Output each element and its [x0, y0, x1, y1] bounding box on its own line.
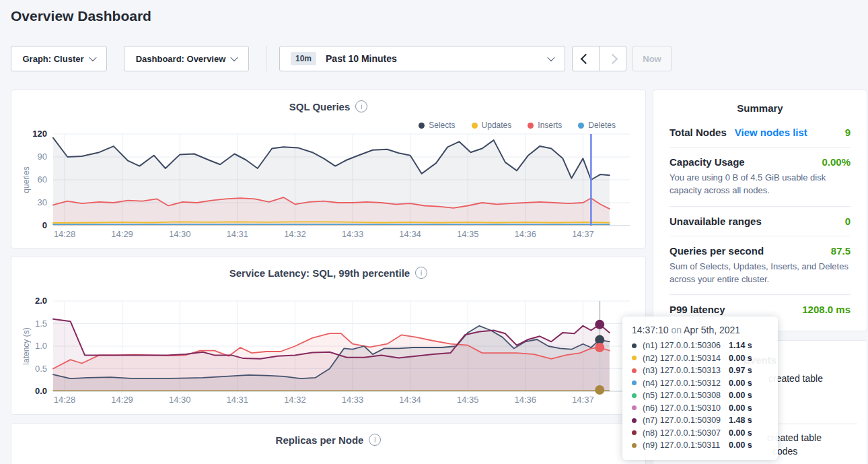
sql-queries-chart[interactable]: 14:2814:2914:3014:3114:3214:3314:3414:35…: [11, 90, 647, 249]
dashboard-dropdown-label: Dashboard: Overview: [136, 54, 226, 64]
node-address: (n3) 127.0.0.1:50313: [643, 364, 729, 377]
capacity-usage-label: Capacity Usage: [670, 156, 745, 168]
tooltip-node-row: (n2) 127.0.0.1:503140.00 s: [632, 352, 768, 365]
node-color-dot: [632, 356, 637, 360]
time-prev-button[interactable]: [572, 46, 600, 71]
chevron-left-icon: [581, 53, 591, 64]
graph-dropdown[interactable]: Graph: Cluster: [11, 46, 107, 71]
node-latency-value: 0.00 s: [729, 389, 752, 402]
svg-text:2.0: 2.0: [35, 296, 47, 306]
qps-value: 87.5: [831, 245, 851, 257]
node-address: (n1) 127.0.0.1:50306: [643, 339, 729, 352]
summary-row-unavailable: Unavailable ranges 0: [670, 206, 851, 236]
tooltip-node-row: (n3) 127.0.0.1:503130.97 s: [632, 364, 768, 377]
chevron-right-icon: [608, 53, 618, 64]
node-address: (n9) 127.0.0.1:50311: [643, 439, 729, 452]
dashboard-dropdown[interactable]: Dashboard: Overview: [124, 46, 249, 71]
node-latency-value: 0.00 s: [729, 377, 752, 390]
summary-row-qps: Queries per second 87.5 Sum of Selects, …: [670, 236, 851, 295]
node-color-dot: [632, 380, 637, 385]
summary-row-total-nodes: Total Nodes View nodes list 9: [670, 118, 851, 147]
tooltip-node-row: (n1) 127.0.0.1:503061.14 s: [632, 339, 768, 352]
replicas-per-node-card: Replicas per Node i: [11, 423, 646, 464]
node-color-dot: [632, 418, 637, 423]
svg-text:14:34: 14:34: [399, 395, 421, 405]
total-nodes-value: 9: [845, 127, 851, 138]
node-address: (n7) 127.0.0.1:50309: [643, 414, 729, 427]
node-latency-value: 0.00 s: [729, 352, 752, 365]
svg-text:14:28: 14:28: [54, 229, 76, 239]
svg-text:14:32: 14:32: [284, 229, 306, 239]
svg-text:14:33: 14:33: [342, 229, 364, 239]
total-nodes-label: Total Nodes: [670, 127, 727, 138]
p99-latency-value: 1208.0 ms: [802, 304, 851, 315]
time-nav-group: [572, 46, 626, 71]
tooltip-node-row: (n7) 127.0.0.1:503091.48 s: [632, 414, 768, 427]
node-address: (n8) 127.0.0.1:50307: [643, 427, 729, 440]
summary-row-capacity: Capacity Usage 0.00% You are using 0 B o…: [670, 147, 851, 206]
tooltip-node-row: (n6) 127.0.0.1:503100.00 s: [632, 402, 768, 415]
tooltip-timestamp: 14:37:10 on Apr 5th, 2021: [632, 325, 768, 335]
svg-text:30: 30: [38, 197, 47, 207]
svg-text:14:35: 14:35: [457, 395, 479, 405]
svg-text:14:33: 14:33: [342, 395, 364, 405]
svg-text:14:31: 14:31: [227, 395, 249, 405]
svg-text:14:29: 14:29: [111, 395, 133, 405]
svg-text:14:31: 14:31: [227, 229, 249, 239]
service-latency-card: Service Latency: SQL, 99th percentile i …: [11, 256, 646, 415]
view-nodes-list-link[interactable]: View nodes list: [735, 127, 807, 138]
toolbar-divider: [266, 46, 266, 71]
time-next-button[interactable]: [599, 46, 626, 71]
node-address: (n5) 127.0.0.1:50308: [643, 389, 729, 402]
now-button[interactable]: Now: [632, 46, 672, 71]
node-latency-value: 1.14 s: [729, 339, 752, 352]
svg-text:14:34: 14:34: [399, 229, 421, 239]
node-color-dot: [632, 393, 637, 398]
svg-text:0.5: 0.5: [35, 364, 47, 374]
svg-text:14:29: 14:29: [111, 229, 133, 239]
service-latency-chart[interactable]: 14:2814:2914:3014:3114:3214:3314:3414:35…: [11, 257, 647, 416]
node-latency-value: 0.97 s: [729, 364, 752, 377]
svg-text:0.0: 0.0: [35, 386, 47, 396]
node-color-dot: [632, 430, 637, 435]
svg-text:14:35: 14:35: [457, 229, 479, 239]
overview-dashboard-page: Overview Dashboard Graph: Cluster Dashbo…: [0, 0, 868, 464]
page-title: Overview Dashboard: [11, 8, 151, 24]
node-color-dot: [632, 343, 637, 348]
svg-text:14:37: 14:37: [572, 229, 594, 239]
info-icon[interactable]: i: [369, 434, 381, 446]
svg-text:14:28: 14:28: [54, 395, 76, 405]
unavailable-ranges-label: Unavailable ranges: [670, 216, 762, 227]
svg-text:14:30: 14:30: [169, 395, 191, 405]
chevron-down-icon: [231, 54, 238, 61]
node-latency-value: 0.00 s: [729, 427, 752, 440]
svg-text:60: 60: [38, 174, 47, 185]
node-address: (n6) 127.0.0.1:50310: [643, 402, 729, 415]
node-address: (n4) 127.0.0.1:50312: [643, 377, 729, 390]
svg-text:0: 0: [42, 220, 47, 230]
node-latency-value: 0.00 s: [729, 402, 752, 415]
time-range-badge: 10m: [291, 52, 316, 65]
node-address: (n2) 127.0.0.1:50314: [643, 352, 729, 365]
chevron-down-icon: [89, 54, 96, 61]
svg-text:1.5: 1.5: [35, 319, 47, 329]
svg-text:14:36: 14:36: [515, 229, 537, 239]
tooltip-node-row: (n8) 127.0.0.1:503070.00 s: [632, 427, 768, 440]
node-color-dot: [632, 405, 637, 410]
unavailable-ranges-value: 0: [845, 216, 851, 227]
replicas-title-row: Replicas per Node i: [11, 434, 645, 446]
time-range-dropdown[interactable]: 10m Past 10 Minutes: [279, 46, 565, 71]
qps-desc: Sum of Selects, Updates, Inserts, and De…: [670, 261, 851, 286]
time-range-label: Past 10 Minutes: [326, 53, 548, 64]
node-color-dot: [632, 443, 637, 448]
toolbar: Graph: Cluster Dashboard: Overview 10m P…: [0, 46, 868, 71]
svg-text:14:37: 14:37: [572, 395, 594, 405]
svg-text:latency (s): latency (s): [22, 327, 31, 364]
svg-text:14:30: 14:30: [169, 229, 191, 239]
svg-text:1.0: 1.0: [35, 341, 47, 351]
svg-text:120: 120: [32, 129, 47, 139]
svg-text:14:36: 14:36: [515, 395, 537, 405]
capacity-usage-desc: You are using 0 B of 4.5 GiB usable disk…: [670, 172, 851, 197]
qps-label: Queries per second: [670, 245, 764, 257]
graph-dropdown-label: Graph: Cluster: [22, 54, 83, 64]
